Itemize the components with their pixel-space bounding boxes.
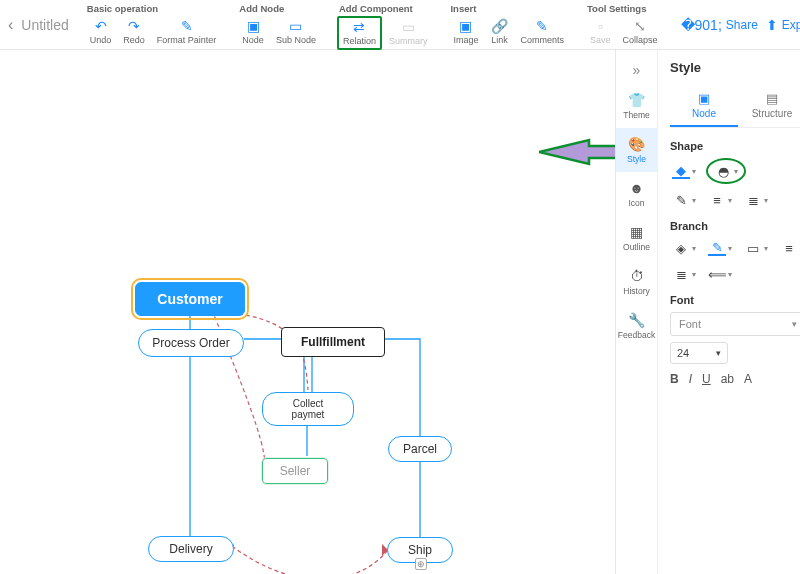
font-size-select[interactable]: 24▾ (670, 342, 728, 364)
tab-structure[interactable]: ▤Structure (738, 85, 800, 127)
arrow-icon: ⟸ (708, 266, 726, 282)
link-icon: 🔗 (491, 18, 507, 34)
section-shape: Shape (670, 140, 800, 152)
expand-node-icon[interactable]: ⊕ (415, 558, 427, 570)
group-add-node: Add Node ▣Node ▭Sub Node (229, 0, 329, 49)
wrench-icon: 🔧 (628, 312, 645, 328)
group-insert: Insert ▣Image 🔗Link ✎Comments (440, 0, 577, 49)
branch-lines-dropdown[interactable]: ≣▾ (670, 264, 698, 284)
line-weight-dropdown[interactable]: ≡▾ (706, 190, 734, 210)
pen-icon: ✎ (672, 192, 690, 208)
node-customer[interactable]: Customer (135, 282, 245, 316)
chevron-down-icon: ▾ (728, 244, 732, 253)
sidebar-item-icon[interactable]: ☻Icon (616, 172, 658, 216)
format-painter-button[interactable]: ✎Format Painter (152, 16, 222, 48)
top-actions: �901;Share ⬆Export (671, 0, 800, 49)
share-button[interactable]: �901;Share (681, 17, 758, 33)
save-button: ▫Save (585, 16, 616, 48)
chevron-down-icon: ▾ (734, 167, 738, 176)
relation-icon: ⇄ (351, 19, 367, 35)
italic-button[interactable]: I (689, 372, 692, 386)
collapse-panel-icon[interactable]: » (633, 56, 641, 84)
grid-icon: ▦ (630, 224, 643, 240)
shape-type-dropdown[interactable]: ◆▾ (670, 161, 698, 181)
lines-icon: ≡ (708, 192, 726, 208)
image-icon: ▣ (458, 18, 474, 34)
toolbar: Basic operation ↶Undo ↷Redo ✎Format Pain… (77, 0, 671, 49)
branch-arrow-dropdown[interactable]: ⟸▾ (706, 264, 734, 284)
summary-icon: ▭ (400, 19, 416, 35)
border-style-dropdown[interactable]: ✎▾ (670, 190, 698, 210)
sidebar-item-feedback[interactable]: 🔧Feedback (616, 304, 658, 348)
font-color-button[interactable]: A (744, 372, 752, 386)
pen-icon: ✎ (708, 240, 726, 256)
brush-icon: ✎ (179, 18, 195, 34)
comments-button[interactable]: ✎Comments (515, 16, 569, 48)
side-panel: » 👕Theme 🎨Style ☻Icon ▦Outline ⏱History … (615, 50, 800, 574)
align-icon: ≡ (780, 240, 798, 256)
image-button[interactable]: ▣Image (448, 16, 483, 48)
subnode-button[interactable]: ▭Sub Node (271, 16, 321, 48)
shape-style-dropdown[interactable]: ◓▾ (706, 158, 746, 184)
node-fulfillment[interactable]: Fullfillment (281, 327, 385, 357)
collapse-icon: ⤡ (632, 18, 648, 34)
underline-button[interactable]: U (702, 372, 711, 386)
export-icon: ⬆ (766, 17, 778, 33)
smile-icon: ☻ (629, 180, 644, 196)
group-tool-settings: Tool Settings ▫Save ⤡Collapse (577, 0, 671, 49)
section-branch: Branch (670, 220, 800, 232)
node-collect-payment[interactable]: Collect paymet (262, 392, 354, 426)
rect-icon: ▭ (744, 240, 762, 256)
sidebar-item-theme[interactable]: 👕Theme (616, 84, 658, 128)
line-dash-dropdown[interactable]: ≣▾ (742, 190, 770, 210)
side-tabs: » 👕Theme 🎨Style ☻Icon ▦Outline ⏱History … (616, 50, 658, 574)
redo-button[interactable]: ↷Redo (118, 16, 150, 48)
branch-fill-dropdown[interactable]: ◈▾ (670, 238, 698, 258)
chevron-down-icon: ▾ (764, 244, 768, 253)
chevron-down-icon: ▾ (728, 196, 732, 205)
chevron-down-icon: ▾ (716, 348, 721, 358)
chevron-down-icon: ▾ (692, 196, 696, 205)
collapse-button[interactable]: ⤡Collapse (618, 16, 663, 48)
chevron-down-icon: ▾ (692, 270, 696, 279)
node-button[interactable]: ▣Node (237, 16, 269, 48)
link-button[interactable]: 🔗Link (485, 16, 513, 48)
summary-button: ▭Summary (384, 16, 433, 50)
font-family-select[interactable]: Font▾ (670, 312, 800, 336)
relation-button[interactable]: ⇄Relation (337, 16, 382, 50)
canvas[interactable]: Customer Process Order Fullfillment Coll… (0, 50, 615, 574)
export-button[interactable]: ⬆Export (766, 17, 800, 33)
sidebar-item-style[interactable]: 🎨Style (616, 128, 658, 172)
chevron-down-icon: ▾ (692, 244, 696, 253)
doc-title[interactable]: Untitled (13, 0, 76, 49)
node-icon: ▣ (245, 18, 261, 34)
clock-icon: ⏱ (630, 268, 644, 284)
group-basic: Basic operation ↶Undo ↷Redo ✎Format Pain… (77, 0, 230, 49)
node-delivery[interactable]: Delivery (148, 536, 234, 562)
branch-border-dropdown[interactable]: ▭▾ (742, 238, 770, 258)
bucket-icon: ◈ (672, 240, 690, 256)
branch-align-dropdown[interactable]: ≡▾ (778, 238, 800, 258)
node-process-order[interactable]: Process Order (138, 329, 244, 357)
font-format-row: B I U ab A (670, 372, 800, 386)
save-icon: ▫ (592, 18, 608, 34)
sidebar-item-outline[interactable]: ▦Outline (616, 216, 658, 260)
node-tab-icon: ▣ (670, 91, 738, 106)
node-seller[interactable]: Seller (262, 458, 328, 484)
edges (0, 50, 615, 574)
node-parcel[interactable]: Parcel (388, 436, 452, 462)
side-content: Style ▣Node ▤Structure Shape ◆▾ ◓▾ ✎▾ ≡▾… (658, 50, 800, 574)
case-button[interactable]: ab (721, 372, 734, 386)
structure-tab-icon: ▤ (738, 91, 800, 106)
chevron-down-icon: ▾ (764, 196, 768, 205)
undo-icon: ↶ (93, 18, 109, 34)
chevron-down-icon: ▾ (728, 270, 732, 279)
panel-subtabs: ▣Node ▤Structure (670, 85, 800, 128)
tab-node[interactable]: ▣Node (670, 85, 738, 127)
branch-color-dropdown[interactable]: ✎▾ (706, 238, 734, 258)
undo-button[interactable]: ↶Undo (85, 16, 117, 48)
redo-icon: ↷ (126, 18, 142, 34)
chevron-down-icon: ▾ (792, 319, 797, 329)
sidebar-item-history[interactable]: ⏱History (616, 260, 658, 304)
bold-button[interactable]: B (670, 372, 679, 386)
